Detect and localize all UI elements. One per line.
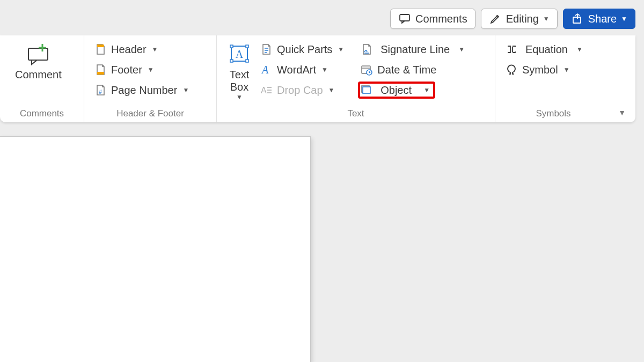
comment-label: Comment — [15, 69, 62, 81]
signature-line-button[interactable]: Signature Line ▼ — [358, 41, 469, 58]
text-box-button[interactable]: A Text Box ▼ — [224, 40, 254, 101]
svg-rect-9 — [230, 45, 233, 48]
chevron-down-icon: ▼ — [321, 66, 328, 73]
svg-text:A: A — [261, 64, 269, 76]
group-header-footer: Header ▼ Footer ▼ # — [84, 35, 217, 122]
chevron-down-icon: ▼ — [182, 86, 189, 94]
footer-label: Footer — [111, 64, 142, 76]
group-symbols: Equation ▼ Symbol ▼ Symbols — [495, 35, 611, 122]
chevron-down-icon: ▼ — [236, 93, 243, 101]
text-box-label: Text Box — [230, 69, 250, 93]
footer-icon — [94, 63, 107, 76]
header-button[interactable]: Header ▼ — [92, 41, 193, 58]
svg-rect-11 — [230, 60, 233, 62]
chevron-down-icon: ▼ — [148, 66, 154, 73]
signature-icon — [360, 43, 373, 56]
chevron-down-icon: ▼ — [576, 46, 583, 53]
share-button[interactable]: Share ▼ — [563, 9, 635, 29]
text-box-icon: A — [228, 43, 251, 67]
comments-button[interactable]: Comments — [390, 9, 475, 29]
svg-text:A: A — [236, 48, 244, 60]
chevron-down-icon: ▼ — [564, 66, 570, 73]
group-caption-text: Text — [217, 108, 495, 119]
share-label: Share — [588, 13, 617, 25]
date-time-button[interactable]: Date & Time — [358, 61, 469, 78]
wordart-icon: A — [260, 63, 273, 76]
date-time-icon — [360, 63, 373, 76]
document-canvas[interactable] — [0, 136, 311, 362]
top-action-bar: Comments Editing ▼ Share ▼ — [390, 9, 635, 29]
drop-cap-button[interactable]: A Drop Cap ▼ — [258, 82, 348, 99]
chevron-down-icon: ▼ — [543, 15, 550, 23]
svg-rect-10 — [246, 45, 248, 48]
svg-rect-1 — [573, 17, 581, 23]
new-comment-button[interactable]: Comment — [8, 40, 69, 81]
new-comment-icon — [26, 43, 50, 67]
symbol-icon — [505, 63, 518, 76]
svg-rect-6 — [97, 72, 104, 75]
chevron-down-icon: ▼ — [152, 46, 158, 53]
editing-label: Editing — [506, 13, 539, 25]
svg-rect-0 — [400, 14, 409, 21]
wordart-label: WordArt — [277, 64, 316, 76]
svg-rect-12 — [246, 60, 248, 62]
equation-button[interactable]: Equation ▼ — [503, 41, 587, 58]
chevron-down-icon: ▼ — [621, 15, 627, 23]
wordart-button[interactable]: A WordArt ▼ — [258, 61, 348, 78]
svg-rect-5 — [97, 45, 104, 47]
header-icon — [94, 43, 107, 56]
group-caption-hf: Header & Footer — [84, 108, 216, 119]
chevron-down-icon: ▼ — [423, 86, 430, 94]
drop-cap-label: Drop Cap — [277, 84, 323, 97]
symbol-label: Symbol — [522, 64, 558, 76]
group-caption-comments: Comments — [0, 108, 84, 119]
collapse-ribbon-icon[interactable]: ▼ — [618, 108, 626, 117]
comments-label: Comments — [415, 13, 467, 25]
svg-text:A: A — [261, 86, 267, 95]
quick-parts-icon — [260, 43, 273, 56]
drop-cap-icon: A — [260, 84, 273, 97]
date-time-label: Date & Time — [377, 64, 436, 76]
equation-label: Equation — [525, 43, 568, 56]
chevron-down-icon: ▼ — [338, 46, 344, 53]
object-icon — [360, 84, 373, 97]
quick-parts-button[interactable]: Quick Parts ▼ — [258, 41, 348, 58]
group-text: A Text Box ▼ Quick Parts ▼ — [217, 35, 495, 122]
group-comments: Comment Comments — [0, 35, 84, 122]
equation-icon — [505, 43, 518, 56]
svg-rect-27 — [363, 87, 370, 93]
chevron-down-icon: ▼ — [458, 46, 465, 53]
signature-label: Signature Line — [380, 43, 450, 56]
editing-mode-button[interactable]: Editing ▼ — [481, 9, 558, 29]
symbol-button[interactable]: Symbol ▼ — [503, 61, 587, 78]
object-button[interactable]: Object ▼ — [358, 82, 435, 99]
footer-button[interactable]: Footer ▼ — [92, 61, 193, 78]
svg-rect-2 — [28, 48, 48, 60]
page-number-button[interactable]: # Page Number ▼ — [92, 82, 193, 99]
ribbon: Comment Comments Header ▼ — [0, 35, 635, 122]
group-caption-symbols: Symbols — [495, 108, 611, 119]
header-label: Header — [111, 43, 147, 56]
object-label: Object — [380, 84, 412, 97]
chevron-down-icon: ▼ — [328, 86, 335, 94]
pencil-icon — [489, 12, 502, 25]
share-icon — [571, 12, 584, 25]
quick-parts-label: Quick Parts — [277, 43, 332, 56]
svg-text:#: # — [99, 89, 102, 95]
page-number-icon: # — [94, 84, 107, 97]
speech-bubble-icon — [398, 12, 411, 25]
page-number-label: Page Number — [111, 84, 177, 97]
